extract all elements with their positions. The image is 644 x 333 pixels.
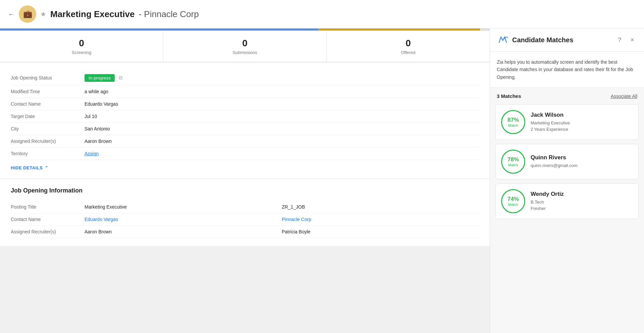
match-circle-1: 78% Match [501,150,525,174]
territory-row: Territory Assign [11,148,479,160]
offered-label: Offered [327,50,490,55]
back-button[interactable]: ← [8,10,15,18]
star-icon[interactable]: ★ [40,10,46,18]
candidate-info-0: Jack Wilson Marketing Executive 2 Years … [531,112,633,133]
assigned-recruiter-label: Assigned Recruiter(s) [11,229,85,234]
modified-row: Modified Time a while ago [11,86,479,98]
recruiter-value: Aaron Brown [85,138,112,144]
match-label-2: Match [508,203,518,207]
panel-actions: ? × [614,35,637,45]
matches-count: 3 Matches [497,93,521,99]
progress-bar-container [0,29,490,31]
right-panel-header: Candidate Matches ? × [490,29,644,52]
contact-name-row: Contact Name Eduardo Vargas Pinnacle Cor… [11,213,479,226]
stat-offered[interactable]: 0 Offered [327,31,490,62]
candidate-card-0[interactable]: 87% Match Jack Wilson Marketing Executiv… [495,104,639,140]
recruiter-label: Assigned Recruiter(s) [11,138,85,144]
help-icon: ? [618,37,621,44]
main-layout: 0 Screening 0 Submissions 0 Offered Job … [0,29,644,333]
status-label: Job Opening Status [11,75,85,80]
submissions-number: 0 [163,38,326,49]
panel-description: Zia helps you to automatically screen an… [490,52,644,88]
page-title: Marketing Executive [50,9,135,19]
offered-number: 0 [327,38,490,49]
assigned-recruiter-value: Aaron Brown [85,229,282,234]
candidate-detail1-1: quinn.rivers@gmail.com [531,162,633,169]
city-label: City [11,126,85,131]
progress-fill-gold [318,29,480,31]
candidate-detail1-2: B.Tech [531,199,633,206]
job-info-title: Job Opening Information [11,187,479,194]
candidate-name-2: Wendy Ortiz [531,191,633,198]
target-value: Jul 10 [85,114,97,119]
candidate-name-1: Quinn Rivers [531,154,633,161]
job-info-section: Job Opening Information Posting Title Ma… [0,179,490,246]
candidate-name-0: Jack Wilson [531,112,633,118]
match-label-0: Match [508,123,518,127]
screening-label: Screening [0,50,163,55]
screening-number: 0 [0,38,163,49]
progress-track [0,29,490,31]
city-row: City San Antonio [11,123,479,135]
modified-value: a while ago [85,89,108,94]
candidate-detail2-2: Fresher [531,205,633,212]
posting-title-row: Posting Title Marketing Executive ZR_1_J… [11,201,479,213]
chevron-up-icon: ⌃ [45,165,49,170]
candidate-info-2: Wendy Ortiz B.Tech Fresher [531,191,633,212]
match-circle-2: 74% Match [501,189,525,213]
job-icon: 💼 [19,5,36,23]
close-button[interactable]: × [627,35,637,45]
match-circle-0: 87% Match [501,110,525,134]
recruiter-row: Assigned Recruiter(s) Aaron Brown [11,135,479,148]
status-badge: In-progress [85,74,115,82]
close-icon: × [631,37,634,44]
stats-row: 0 Screening 0 Submissions 0 Offered [0,31,490,62]
match-label-1: Match [508,163,518,167]
modified-label: Modified Time [11,89,85,94]
stat-submissions[interactable]: 0 Submissions [163,31,327,62]
posting-title-value: Marketing Executive [85,204,282,210]
matches-list: 87% Match Jack Wilson Marketing Executiv… [490,104,644,219]
hide-details-button[interactable]: HIDE DETAILS ⌃ [11,160,49,170]
candidate-detail1-0: Marketing Executive [531,120,633,126]
page-header: ← 💼 ★ Marketing Executive - Pinnacle Cor… [0,0,644,29]
assigned-recruiter-row: Assigned Recruiter(s) Aaron Brown Patric… [11,226,479,238]
contact-label: Contact Name [11,101,85,107]
territory-label: Territory [11,151,85,156]
stat-screening[interactable]: 0 Screening [0,31,163,62]
matches-header: 3 Matches Associate All [490,88,644,104]
assigned-recruiter-value2: Patricia Boyle [282,229,479,234]
territory-value[interactable]: Assign [85,151,99,156]
match-percent-1: 78% [507,157,519,163]
posting-title-label: Posting Title [11,204,85,210]
match-percent-2: 74% [507,196,519,203]
left-panel: 0 Screening 0 Submissions 0 Offered Job … [0,29,490,333]
match-percent-0: 87% [507,117,519,123]
target-row: Target Date Jul 10 [11,110,479,123]
city-value: San Antonio [85,126,110,131]
details-section: Job Opening Status In-progress ⧉ Modifie… [0,63,490,178]
status-row: Job Opening Status In-progress ⧉ [11,71,479,86]
posting-title-value2: ZR_1_JOB [282,204,479,210]
contact-name-label: Contact Name [11,217,85,222]
help-button[interactable]: ? [614,35,625,45]
target-label: Target Date [11,114,85,119]
zia-icon [497,34,509,46]
contact-row: Contact Name Eduardo Vargas [11,98,479,110]
contact-company-value[interactable]: Pinnacle Corp [282,217,479,222]
right-panel: Candidate Matches ? × Zia helps you to a… [490,29,644,333]
back-icon: ← [8,10,15,18]
submissions-label: Submissions [163,50,326,55]
contact-value: Eduardo Vargas [85,101,118,107]
copy-icon[interactable]: ⧉ [119,75,122,81]
company-name: - Pinnacle Corp [139,9,199,19]
candidate-info-1: Quinn Rivers quinn.rivers@gmail.com [531,154,633,169]
candidate-card-1[interactable]: 78% Match Quinn Rivers quinn.rivers@gmai… [495,144,639,179]
associate-all-button[interactable]: Associate All [611,94,637,99]
right-panel-title: Candidate Matches [512,36,611,44]
candidate-card-2[interactable]: 74% Match Wendy Ortiz B.Tech Fresher [495,183,639,219]
contact-name-value[interactable]: Eduardo Vargas [85,217,282,222]
candidate-detail2-0: 2 Years Experience [531,126,633,133]
progress-fill-blue [0,29,318,31]
